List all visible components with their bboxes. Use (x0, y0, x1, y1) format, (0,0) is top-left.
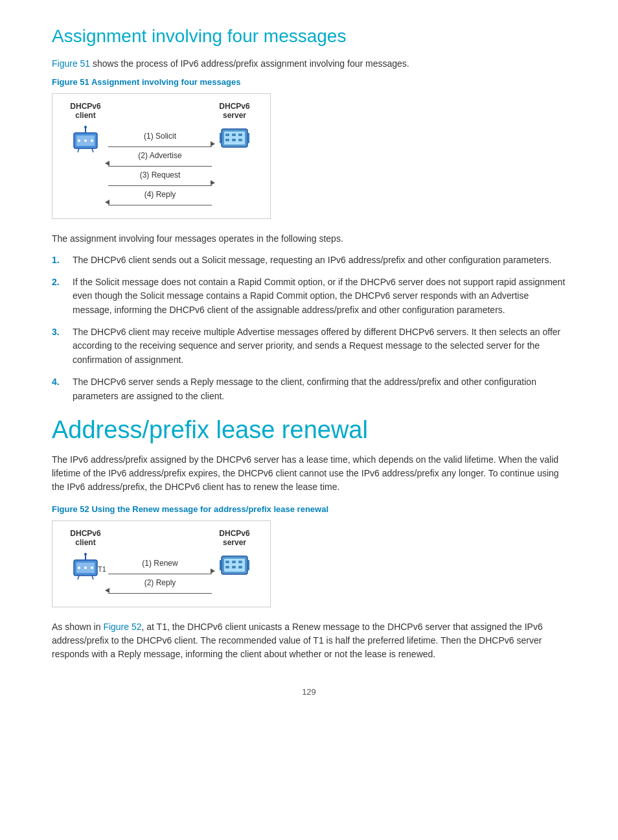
svg-rect-33 (225, 566, 229, 568)
svg-rect-11 (225, 134, 229, 136)
fig51-server-label: DHCPv6 server (212, 102, 257, 120)
svg-point-25 (84, 553, 87, 555)
svg-line-27 (92, 576, 93, 579)
arrow-advertise: (2) Advertise (108, 150, 212, 169)
svg-point-6 (84, 126, 87, 128)
fig52-server-icon (219, 550, 250, 581)
t1-label: T1 (98, 565, 106, 573)
closing-prefix: As shown in (52, 622, 100, 632)
svg-line-7 (78, 148, 79, 152)
svg-rect-18 (247, 133, 249, 143)
svg-rect-35 (238, 566, 242, 568)
figure51-label: Figure 51 Assignment involving four mess… (52, 77, 566, 87)
fig52-client-label: DHCPv6 client (63, 529, 108, 547)
svg-point-22 (84, 566, 87, 569)
step1-num: 1. (52, 253, 67, 268)
dhcpv6-client-icon (70, 122, 101, 154)
dhcpv6-server-icon (219, 122, 250, 154)
step2-text: If the Solicit message does not contain … (73, 275, 566, 318)
svg-rect-13 (238, 134, 242, 136)
svg-rect-36 (220, 560, 222, 570)
figure52-diagram: DHCPv6 client DHCPv6 server (52, 520, 566, 607)
arrow-renew-label: (1) Renew (142, 559, 177, 568)
step4-text: The DHCPv6 server sends a Reply message … (73, 375, 566, 403)
step-2: 2. If the Solicit message does not conta… (52, 275, 566, 318)
arrow-advertise-label: (2) Advertise (138, 151, 181, 160)
svg-point-3 (84, 139, 87, 142)
figure51-link[interactable]: Figure 51 (52, 58, 90, 69)
step1-text: The DHCPv6 client sends out a Solicit me… (73, 253, 566, 268)
svg-point-23 (91, 566, 93, 569)
section2-intro: The IPv6 address/prefix assigned by the … (52, 453, 566, 494)
page-footer: 129 (52, 687, 566, 697)
arrow-request: (3) Request (108, 169, 212, 189)
step2-num: 2. (52, 275, 67, 318)
page-number: 129 (302, 687, 316, 697)
svg-point-2 (78, 139, 80, 142)
fig51-client-label: DHCPv6 client (63, 102, 108, 120)
arrow-reply2: (2) Reply (108, 577, 212, 596)
step4-num: 4. (52, 375, 67, 403)
svg-rect-34 (232, 566, 236, 568)
svg-rect-17 (220, 133, 222, 143)
step-3: 3. The DHCPv6 client may receive multipl… (52, 325, 566, 368)
steps-list: 1. The DHCPv6 client sends out a Solicit… (52, 253, 566, 403)
svg-rect-32 (238, 561, 242, 563)
figure52-label: Figure 52 Using the Renew message for ad… (52, 504, 566, 514)
section1-intro-text: shows the process of IPv6 address/prefix… (90, 58, 409, 69)
arrow-solicit: (1) Solicit (108, 130, 212, 150)
steps-intro: The assignment involving four messages o… (52, 232, 566, 246)
arrow-renew: T1 (1) Renew (108, 557, 212, 577)
step-4: 4. The DHCPv6 server sends a Reply messa… (52, 375, 566, 403)
svg-rect-31 (232, 561, 236, 563)
arrow-solicit-label: (1) Solicit (144, 132, 176, 141)
arrow-reply2-label: (2) Reply (144, 578, 176, 587)
svg-rect-14 (225, 139, 229, 141)
svg-rect-37 (247, 560, 249, 570)
svg-point-4 (91, 139, 93, 142)
svg-rect-30 (225, 561, 229, 563)
arrow-reply: (4) Reply (108, 189, 212, 208)
fig52-client-icon (70, 550, 101, 581)
step-1: 1. The DHCPv6 client sends out a Solicit… (52, 253, 566, 268)
svg-line-8 (92, 148, 93, 152)
step3-text: The DHCPv6 client may receive multiple A… (73, 325, 566, 368)
arrow-reply-label: (4) Reply (144, 190, 176, 199)
figure52-link[interactable]: Figure 52 (103, 622, 141, 632)
step3-num: 3. (52, 325, 67, 368)
svg-line-26 (78, 576, 79, 579)
svg-rect-12 (232, 134, 236, 136)
svg-point-21 (78, 566, 80, 569)
svg-rect-16 (238, 139, 242, 141)
figure51-diagram: DHCPv6 client DHCPv6 server (52, 93, 566, 219)
section1-title: Assignment involving four messages (52, 26, 566, 47)
section1-intro-para: Figure 51 shows the process of IPv6 addr… (52, 57, 566, 71)
section2-closing: As shown in Figure 52, at T1, the DHCPv6… (52, 620, 566, 661)
section2-title: Address/prefix lease renewal (52, 416, 566, 444)
fig52-server-label: DHCPv6 server (212, 529, 257, 547)
svg-rect-15 (232, 139, 236, 141)
arrow-request-label: (3) Request (140, 170, 181, 180)
